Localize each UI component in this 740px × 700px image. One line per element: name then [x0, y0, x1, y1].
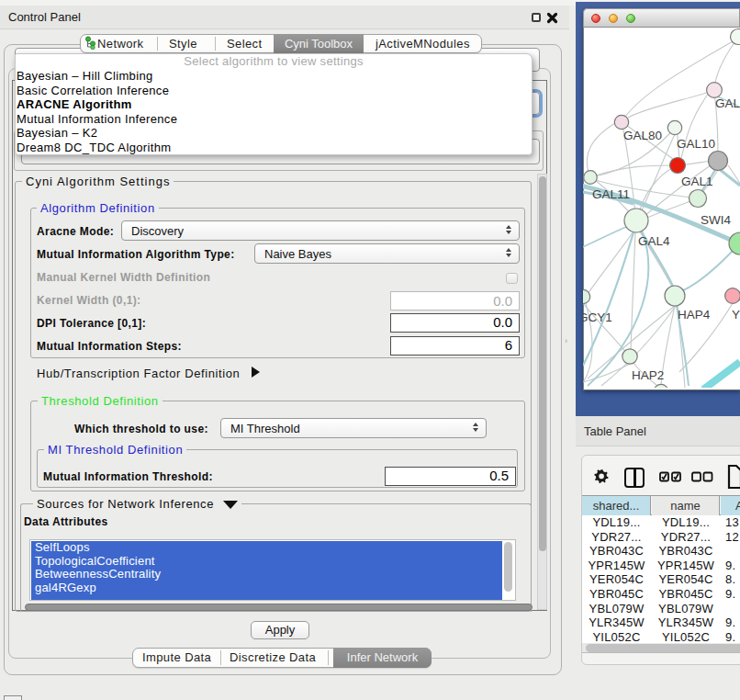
svg-text:GAL1: GAL1	[681, 175, 713, 188]
svg-text:GAL7: GAL7	[715, 96, 740, 110]
svg-text:GAL80: GAL80	[623, 129, 662, 142]
svg-text:SWI4: SWI4	[701, 213, 731, 227]
svg-text:HAP2: HAP2	[632, 368, 664, 382]
svg-text:YER...: YER...	[732, 308, 740, 322]
svg-text:GCY1: GCY1	[583, 310, 612, 324]
svg-text:HAP4: HAP4	[678, 308, 711, 322]
svg-text:GAL4: GAL4	[638, 234, 670, 248]
svg-text:GAL11: GAL11	[592, 187, 630, 201]
svg-text:GAL10: GAL10	[677, 137, 715, 151]
